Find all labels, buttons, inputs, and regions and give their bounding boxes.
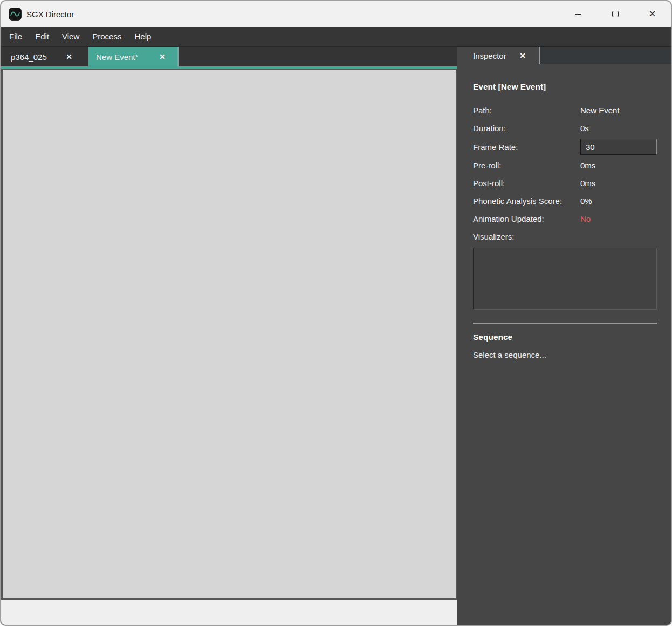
path-label: Path:	[473, 106, 580, 115]
menu-view[interactable]: View	[56, 27, 86, 46]
tab-close-icon[interactable]: ✕	[152, 53, 166, 60]
title-bar: SGX Director ✕	[1, 1, 671, 27]
phonetic-score-value: 0%	[580, 196, 657, 206]
inspector-content: Event [New Event] Path: New Event Durati…	[457, 64, 671, 359]
close-button[interactable]: ✕	[634, 1, 671, 27]
maximize-button[interactable]	[596, 1, 634, 27]
property-row-post-roll: Post-roll: 0ms	[473, 174, 657, 192]
property-row-animation-updated: Animation Updated: No	[473, 210, 657, 228]
tab-label: New Event*	[96, 52, 138, 62]
pre-roll-label: Pre-roll:	[473, 161, 580, 170]
document-tab-strip: p364_025 ✕ New Event* ✕	[1, 47, 457, 69]
property-row-frame-rate: Frame Rate:	[473, 137, 657, 156]
caption-buttons: ✕	[559, 1, 671, 27]
status-strip	[1, 600, 457, 625]
tab-close-icon[interactable]: ✕	[512, 52, 526, 59]
menu-help[interactable]: Help	[128, 27, 157, 46]
path-value: New Event	[580, 106, 657, 115]
minimize-icon	[575, 14, 581, 15]
tab-p364-025[interactable]: p364_025 ✕	[1, 47, 82, 66]
event-heading: Event [New Event]	[473, 82, 657, 92]
tab-label: Inspector	[473, 51, 506, 60]
frame-rate-input[interactable]	[580, 139, 657, 155]
property-row-duration: Duration: 0s	[473, 119, 657, 137]
phonetic-score-label: Phonetic Analysis Score:	[473, 196, 580, 206]
sequence-placeholder: Select a sequence...	[473, 350, 657, 359]
tab-label: p364_025	[11, 52, 47, 62]
sequence-heading: Sequence	[473, 332, 657, 342]
inspector-tab-strip: Inspector ✕	[457, 47, 671, 64]
property-rows: Path: New Event Duration: 0s Frame Rate:…	[473, 101, 657, 246]
animation-updated-label: Animation Updated:	[473, 214, 580, 223]
menu-process[interactable]: Process	[86, 27, 128, 46]
menu-bar: File Edit View Process Help	[1, 27, 671, 47]
visualizers-listbox[interactable]	[473, 248, 657, 310]
menu-edit[interactable]: Edit	[29, 27, 56, 46]
frame-rate-label: Frame Rate:	[473, 142, 580, 152]
animation-updated-value: No	[580, 214, 657, 223]
tab-separator	[539, 47, 540, 64]
tab-new-event[interactable]: New Event* ✕	[88, 47, 177, 66]
property-row-phonetic-score: Phonetic Analysis Score: 0%	[473, 192, 657, 210]
sine-wave-icon	[9, 8, 22, 21]
property-row-path: Path: New Event	[473, 101, 657, 119]
close-icon: ✕	[649, 10, 656, 18]
property-row-pre-roll: Pre-roll: 0ms	[473, 156, 657, 174]
tab-separator	[177, 47, 179, 66]
duration-label: Duration:	[473, 124, 580, 133]
menu-file[interactable]: File	[3, 27, 29, 46]
post-roll-value: 0ms	[580, 179, 657, 188]
document-pane: p364_025 ✕ New Event* ✕	[1, 47, 457, 625]
property-row-visualizers: Visualizers:	[473, 228, 657, 246]
inspector-pane: Inspector ✕ Event [New Event] Path: New …	[457, 47, 671, 625]
app-window: SGX Director ✕ File Edit View Process He…	[0, 0, 672, 626]
pre-roll-value: 0ms	[580, 161, 657, 170]
maximize-icon	[612, 11, 619, 17]
main-body: p364_025 ✕ New Event* ✕ Inspector ✕	[1, 47, 671, 625]
visualizers-label: Visualizers:	[473, 232, 580, 241]
post-roll-label: Post-roll:	[473, 179, 580, 188]
tab-close-icon[interactable]: ✕	[58, 53, 72, 60]
minimize-button[interactable]	[559, 1, 596, 27]
section-divider	[473, 323, 657, 324]
window-title: SGX Director	[26, 10, 74, 19]
tab-inspector[interactable]: Inspector ✕	[457, 47, 539, 64]
event-canvas[interactable]	[1, 69, 457, 600]
duration-value: 0s	[580, 124, 657, 133]
